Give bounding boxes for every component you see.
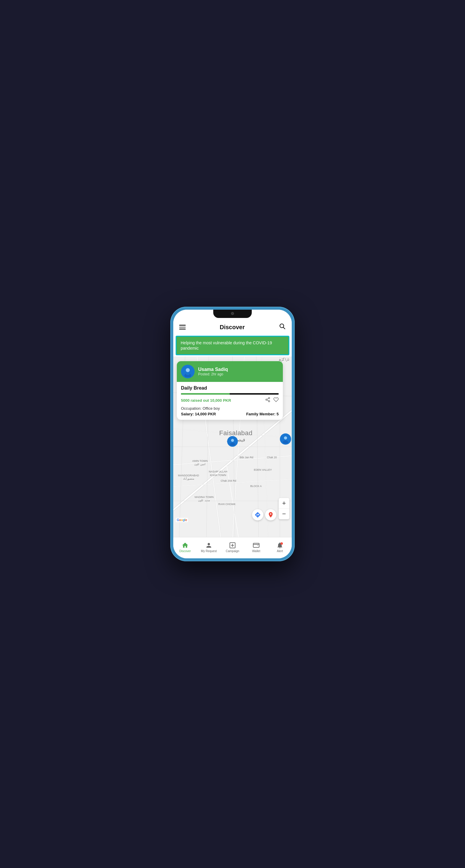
card-actions [265, 397, 279, 404]
svg-line-33 [267, 400, 268, 401]
menu-button[interactable] [179, 325, 186, 330]
svg-rect-29 [186, 372, 189, 375]
card-user-info: Usama Sadiq Posted: 2hr ago [198, 367, 228, 376]
map-label-blocka: BLOCK A [250, 485, 262, 488]
occupation-detail: Occupation: Office boy [181, 406, 279, 411]
side-user-avatar [280, 433, 291, 445]
bottom-navigation: Discover My Request Campaign [173, 537, 292, 558]
svg-rect-45 [253, 543, 259, 547]
nav-alert-label: Alert [277, 550, 283, 553]
phone-notch [213, 310, 252, 318]
svg-line-34 [267, 399, 268, 399]
google-watermark: Google [176, 518, 188, 522]
zoom-out-button[interactable]: − [279, 508, 289, 519]
raised-amount: 5000 raised out 10,000 PKR [181, 397, 279, 404]
progress-track [181, 393, 279, 395]
svg-point-39 [284, 436, 287, 440]
banner-text: Helping the most vulnerable during the C… [181, 340, 272, 350]
nav-discover-label: Discover [179, 550, 191, 553]
app-header: Discover [173, 320, 292, 335]
map-label-nasarullah: NASAR ULLAHKHAN TOWN [209, 470, 228, 477]
user-avatar [181, 365, 195, 378]
card-user-name: Usama Sadiq [198, 367, 228, 372]
nav-campaign[interactable]: Campaign [221, 542, 244, 553]
svg-point-32 [268, 401, 270, 402]
zoom-controls: + − [279, 498, 289, 519]
nav-campaign-label: Campaign [226, 550, 239, 553]
zoom-in-button[interactable]: + [279, 498, 289, 508]
announcement-banner: Helping the most vulnerable during the C… [176, 336, 289, 355]
map-nav-buttons [252, 509, 276, 521]
pin-user-avatar [227, 436, 238, 447]
salary-family-row: Salary: 14,000 PKR Family Member: 5 [181, 412, 279, 416]
svg-point-36 [231, 439, 234, 442]
map-label-mansoorabad: MANSOORABADمنصورآباد [178, 474, 199, 481]
header-title: Discover [220, 324, 245, 331]
map-label-amintown: AMIN TOWNامین ٹاون [192, 460, 208, 466]
svg-line-1 [284, 328, 285, 329]
map-label-bibijan: Bibi Jan Rd [240, 456, 253, 460]
campaign-name: Daily Bread [181, 385, 279, 391]
share-icon[interactable] [265, 397, 270, 404]
svg-point-30 [268, 398, 270, 399]
nav-alert[interactable]: + Alert [268, 542, 292, 553]
nav-myrequest-label: My Request [201, 550, 216, 553]
family-detail: Family Member: 5 [246, 412, 279, 416]
google-maps-button[interactable] [265, 509, 276, 521]
nav-wallet[interactable]: Wallet [244, 542, 268, 553]
map-label-chak20: Chak 20 [267, 456, 277, 460]
svg-text:+: + [281, 543, 282, 545]
map-label-madinatown: MADINA TOWNمدینہ ٹاون [195, 496, 213, 502]
nav-wallet-label: Wallet [252, 550, 260, 553]
salary-detail: Salary: 14,000 PKR [181, 412, 216, 416]
svg-point-27 [186, 368, 190, 372]
svg-point-41 [270, 513, 271, 515]
map-label-rahichowk: RAHI CHOWK [218, 503, 236, 506]
directions-button[interactable] [252, 509, 263, 521]
phone-frame: Discover Helping the most vulnerable dur… [170, 307, 295, 561]
search-button[interactable] [279, 323, 286, 332]
card-header: Usama Sadiq Posted: 2hr ago [177, 361, 283, 382]
map-container[interactable]: تارا گڑھ Usama Sadiq Posted: 2hr [173, 356, 292, 537]
phone-screen: Discover Helping the most vulnerable dur… [173, 310, 292, 558]
nav-my-request[interactable]: My Request [197, 542, 221, 553]
progress-fill [181, 393, 230, 395]
card-body: Daily Bread 5000 raised out 10,000 PKR [177, 382, 283, 420]
map-label-chak204rd: Chak 204 Rd [221, 479, 236, 483]
map-label-topright: تارا گڑھ [279, 358, 289, 362]
map-label-edenvalley: EDEN VALLEY [254, 468, 272, 472]
svg-point-31 [266, 399, 267, 401]
like-icon[interactable] [273, 397, 279, 404]
card-posted-time: Posted: 2hr ago [198, 372, 228, 376]
nav-discover[interactable]: Discover [173, 542, 197, 553]
camera [231, 312, 234, 315]
profile-card: Usama Sadiq Posted: 2hr ago Daily Bread … [177, 361, 283, 420]
map-pin-avatar [227, 436, 238, 447]
